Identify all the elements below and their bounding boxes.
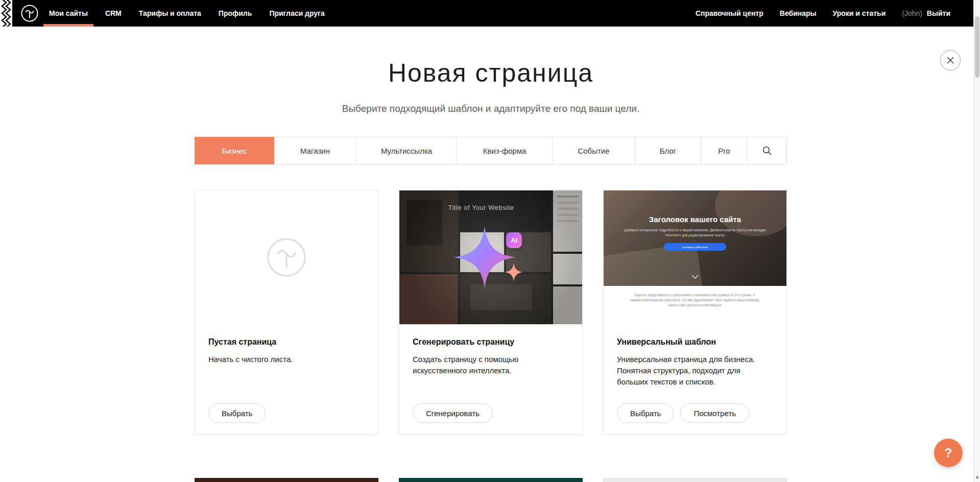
- tab-multilink[interactable]: Мультиссылка: [356, 137, 457, 164]
- nav-tariffs[interactable]: Тарифы и оплата: [139, 0, 201, 27]
- card-description: Универсальная страница для бизнеса. Поня…: [617, 354, 773, 387]
- template-collage: Title of Your Website: [399, 190, 582, 324]
- nav-crm[interactable]: CRM: [105, 0, 122, 27]
- template-body-section: Коротко представьтесь и расскажите о ком…: [604, 286, 786, 324]
- card-blank-page: Пустая страница Начать с чистого листа. …: [195, 190, 378, 435]
- close-button[interactable]: [940, 50, 961, 70]
- collage-site-title: Title of Your Website: [399, 204, 563, 211]
- tilda-watermark-icon: [265, 236, 308, 279]
- ai-badge: AI: [506, 232, 522, 248]
- link-help-center[interactable]: Справочный центр: [696, 9, 763, 17]
- user-block: (John) Выйти: [902, 9, 950, 17]
- tab-pro[interactable]: Pro: [701, 137, 748, 164]
- link-lessons[interactable]: Уроки и статьи: [833, 9, 886, 17]
- template-hero-title: Заголовок вашего сайта: [604, 215, 786, 224]
- nav-my-sites[interactable]: Мои сайты: [49, 0, 88, 27]
- tab-blog[interactable]: Блог: [635, 137, 701, 164]
- main-menu: Мои сайты CRM Тарифы и оплата Профиль Пр…: [49, 0, 325, 27]
- choose-button[interactable]: Выбрать: [617, 403, 674, 423]
- card-title: Пустая страница: [208, 338, 365, 347]
- scrollbar-thumb[interactable]: [975, 16, 979, 78]
- template-body-text: Коротко представьтесь и расскажите о ком…: [630, 293, 760, 308]
- nav-profile[interactable]: Профиль: [219, 0, 252, 27]
- ai-generate-preview: Title of Your Website: [399, 190, 582, 324]
- new-page-modal: Новая страница Выберите подходящий шабло…: [195, 27, 787, 435]
- top-navbar: Мои сайты CRM Тарифы и оплата Профиль Пр…: [0, 0, 980, 27]
- secondary-menu: Справочный центр Вебинары Уроки и статьи…: [696, 0, 980, 27]
- template-category-tabs: Бизнес Магазин Мультиссылка Квиз-форма С…: [195, 137, 787, 164]
- ai-small-sparkle-icon: [505, 263, 523, 283]
- card-universal-template: Заголовок вашего сайта Добавьте интересн…: [603, 190, 787, 435]
- link-webinars[interactable]: Вебинары: [780, 9, 817, 17]
- preview-button[interactable]: Посмотреть: [680, 403, 749, 423]
- nav-invite-friend[interactable]: Пригласи друга: [269, 0, 324, 27]
- card-description: Начать с чистого листа.: [208, 354, 365, 365]
- page-subtitle: Выберите подходящий шаблон и адаптируйте…: [195, 103, 787, 114]
- template-hero: Заголовок вашего сайта Добавьте интересн…: [604, 190, 786, 286]
- tilda-logo[interactable]: [20, 4, 39, 22]
- template-hero-cta: целевое действие: [664, 243, 726, 251]
- search-icon: [762, 146, 772, 156]
- close-icon: [946, 56, 954, 64]
- choose-button[interactable]: Выбрать: [208, 403, 266, 423]
- chevron-down-icon: [691, 272, 699, 281]
- card-title: Сгенерировать страницу: [413, 338, 569, 347]
- template-cards: Пустая страница Начать с чистого листа. …: [195, 190, 787, 435]
- card-description: Создать страницу с помощью искусственног…: [413, 354, 569, 376]
- next-template-sliver: [603, 478, 787, 482]
- tab-search[interactable]: [747, 137, 787, 164]
- next-template-sliver: [399, 478, 583, 482]
- user-name: (John): [902, 9, 922, 17]
- tilda-edge-pattern: [0, 0, 12, 27]
- universal-template-preview: Заголовок вашего сайта Добавьте интересн…: [604, 190, 786, 324]
- card-title: Универсальный шаблон: [617, 338, 773, 347]
- scrollbar-down-arrow[interactable]: ▼: [974, 474, 980, 481]
- tab-shop[interactable]: Магазин: [274, 137, 356, 164]
- logout-button[interactable]: Выйти: [927, 9, 950, 17]
- help-button[interactable]: ?: [934, 439, 963, 467]
- next-template-sliver: [195, 478, 378, 482]
- tab-business[interactable]: Бизнес: [195, 137, 274, 164]
- generate-button[interactable]: Сгенерировать: [413, 403, 493, 423]
- scrollbar[interactable]: ▼: [973, 0, 980, 482]
- card-ai-generate: Title of Your Website: [399, 190, 583, 435]
- tab-quiz-form[interactable]: Квиз-форма: [457, 137, 553, 164]
- tab-event[interactable]: Событие: [552, 137, 635, 164]
- page-title: Новая страница: [195, 58, 787, 88]
- template-hero-text: Добавьте интересные подробности о вашей …: [622, 228, 768, 238]
- blank-page-preview: [195, 190, 378, 324]
- tilda-logo-icon: [20, 4, 39, 22]
